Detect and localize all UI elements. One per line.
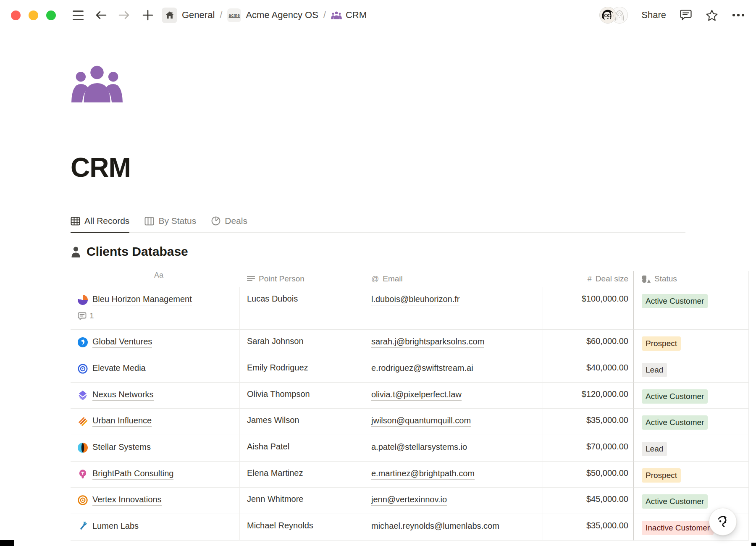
table-cell-email[interactable]: e.rodriguez@swiftstream.ai bbox=[364, 356, 543, 383]
table-cell-deal-size[interactable]: $40,000.00 bbox=[543, 356, 633, 383]
number-hash-icon: # bbox=[588, 275, 592, 284]
table-cell-point-person[interactable]: Aisha Patel bbox=[240, 435, 364, 462]
avatar[interactable] bbox=[599, 7, 616, 24]
table-row-company[interactable]: Stellar Systems bbox=[71, 435, 240, 462]
close-window-button[interactable] bbox=[11, 10, 21, 20]
database-title[interactable]: Clients Database bbox=[87, 244, 188, 259]
back-icon[interactable] bbox=[94, 9, 107, 21]
table-cell-status[interactable]: Prospect bbox=[633, 462, 749, 488]
clients-table: Aa Company Point Person @ Email # Deal s… bbox=[71, 271, 749, 541]
column-header-deal-size[interactable]: # Deal size bbox=[543, 271, 633, 287]
tab-deals[interactable]: Deals bbox=[211, 216, 247, 232]
breadcrumb-page[interactable]: CRM bbox=[346, 10, 367, 21]
comments-icon[interactable] bbox=[680, 9, 692, 21]
table-cell-email[interactable]: sarah.j@brightsparksolns.com bbox=[364, 330, 543, 356]
table-row-company[interactable]: Urban Influence bbox=[71, 409, 240, 435]
at-sign-icon: @ bbox=[371, 275, 379, 284]
table-row-company[interactable]: Nexus Networks bbox=[71, 383, 240, 409]
tab-label: All Records bbox=[84, 216, 129, 226]
breadcrumb-root[interactable]: General bbox=[182, 10, 215, 21]
company-logo-urban-influence-icon bbox=[78, 416, 88, 426]
table-cell-status[interactable]: Active Customer bbox=[633, 383, 749, 409]
table-cell-email[interactable]: michael.reynolds@lumenlabs.com bbox=[364, 514, 543, 541]
table-cell-point-person[interactable]: Emily Rodriguez bbox=[240, 356, 364, 383]
table-cell-point-person[interactable]: Elena Martinez bbox=[240, 462, 364, 488]
table-row-company[interactable]: Bleu Horizon Management 1 bbox=[71, 287, 240, 330]
column-header-company[interactable]: Aa Company bbox=[71, 271, 240, 287]
window-titlebar: General / acme Acme Agency OS / CRM Shar… bbox=[0, 0, 756, 30]
new-page-plus-icon[interactable] bbox=[142, 9, 154, 21]
capture-artifact bbox=[0, 540, 14, 546]
table-cell-point-person[interactable]: Michael Reynolds bbox=[240, 514, 364, 541]
breadcrumb-workspace[interactable]: Acme Agency OS bbox=[246, 10, 318, 21]
table-cell-status[interactable]: Lead bbox=[633, 356, 749, 383]
table-cell-status[interactable]: Active Customer bbox=[633, 488, 749, 514]
comment-bubble-icon bbox=[78, 312, 87, 320]
table-cell-email[interactable]: e.martinez@brightpath.com bbox=[364, 462, 543, 488]
table-row-company[interactable]: BrightPath Consulting bbox=[71, 462, 240, 488]
workspace-logo-icon[interactable]: acme bbox=[227, 8, 241, 22]
table-cell-point-person[interactable]: Olivia Thompson bbox=[240, 383, 364, 409]
table-cell-point-person[interactable]: Lucas Dubois bbox=[240, 287, 364, 330]
company-logo-brightpath-icon bbox=[78, 469, 88, 479]
table-row-company[interactable]: Elevate Media bbox=[71, 356, 240, 383]
more-options-icon[interactable] bbox=[732, 13, 745, 17]
home-icon[interactable] bbox=[162, 8, 177, 23]
table-cell-deal-size[interactable]: $35,000.00 bbox=[543, 514, 633, 541]
table-cell-email[interactable]: jenn@vertexinnov.io bbox=[364, 488, 543, 514]
table-cell-email[interactable]: a.patel@stellarsystems.io bbox=[364, 435, 543, 462]
table-cell-email[interactable]: jwilson@quantumquill.com bbox=[364, 409, 543, 435]
column-header-point-person[interactable]: Point Person bbox=[240, 271, 364, 287]
company-logo-lumen-labs-icon bbox=[78, 522, 88, 532]
table-cell-point-person[interactable]: Sarah Johnson bbox=[240, 330, 364, 356]
column-header-email[interactable]: @ Email bbox=[364, 271, 543, 287]
text-lines-icon bbox=[247, 276, 255, 282]
company-logo-nexus-networks-icon bbox=[78, 390, 88, 400]
table-cell-status[interactable]: Lead bbox=[633, 435, 749, 462]
table-cell-status[interactable]: Active Customer bbox=[633, 287, 749, 330]
table-cell-deal-size[interactable]: $70,000.00 bbox=[543, 435, 633, 462]
tab-label: By Status bbox=[158, 216, 196, 226]
table-cell-deal-size[interactable]: $35,000.00 bbox=[543, 409, 633, 435]
column-header-status[interactable]: Status bbox=[633, 271, 749, 287]
forward-icon[interactable] bbox=[118, 9, 131, 21]
table-cell-email[interactable]: olivia.t@pixelperfect.law bbox=[364, 383, 543, 409]
table-cell-deal-size[interactable]: $50,000.00 bbox=[543, 462, 633, 488]
status-badge: Active Customer bbox=[642, 389, 708, 404]
share-button[interactable]: Share bbox=[641, 10, 666, 21]
table-cell-point-person[interactable]: James Wilson bbox=[240, 409, 364, 435]
table-row-company[interactable]: Lumen Labs bbox=[71, 514, 240, 541]
company-logo-stellar-systems-icon bbox=[78, 443, 88, 453]
tab-all-records[interactable]: All Records bbox=[71, 216, 129, 233]
page-title: CRM bbox=[71, 152, 131, 183]
table-cell-deal-size[interactable]: $120,000.00 bbox=[543, 383, 633, 409]
minimize-window-button[interactable] bbox=[29, 10, 38, 20]
table-cell-status[interactable]: Active Customer bbox=[633, 409, 749, 435]
status-badge: Prospect bbox=[642, 468, 681, 483]
table-cell-deal-size[interactable]: $45,000.00 bbox=[543, 488, 633, 514]
company-logo-bleu-horizon-icon bbox=[78, 295, 88, 305]
favorite-star-icon[interactable] bbox=[706, 9, 718, 21]
table-row-company[interactable]: Vertex Innovations bbox=[71, 488, 240, 514]
status-badge: Active Customer bbox=[642, 294, 708, 308]
table-row-company[interactable]: Global Ventures bbox=[71, 330, 240, 356]
tab-by-status[interactable]: By Status bbox=[144, 216, 196, 232]
table-cell-point-person[interactable]: Jenn Whitmore bbox=[240, 488, 364, 514]
table-cell-email[interactable]: l.dubois@bleuhorizon.fr bbox=[364, 287, 543, 330]
comment-count[interactable]: 1 bbox=[78, 311, 94, 320]
crm-page-people-icon bbox=[331, 10, 342, 21]
collaborator-avatars bbox=[599, 7, 628, 24]
notion-ai-button[interactable] bbox=[709, 508, 737, 536]
table-cell-status[interactable]: Prospect bbox=[633, 330, 749, 356]
sidebar-toggle-icon[interactable] bbox=[73, 10, 84, 20]
page-icon-people-group[interactable] bbox=[71, 63, 123, 102]
status-badge: Active Customer bbox=[642, 494, 708, 509]
status-badge: Inactive Customer bbox=[642, 521, 714, 535]
breadcrumb-separator: / bbox=[220, 10, 222, 21]
zoom-window-button[interactable] bbox=[46, 10, 56, 20]
breadcrumb: General / acme Acme Agency OS / CRM bbox=[162, 8, 367, 23]
capture-artifact bbox=[751, 543, 756, 546]
table-cell-deal-size[interactable]: $60,000.00 bbox=[543, 330, 633, 356]
person-icon bbox=[71, 246, 81, 257]
table-cell-deal-size[interactable]: $100,000.00 bbox=[543, 287, 633, 330]
